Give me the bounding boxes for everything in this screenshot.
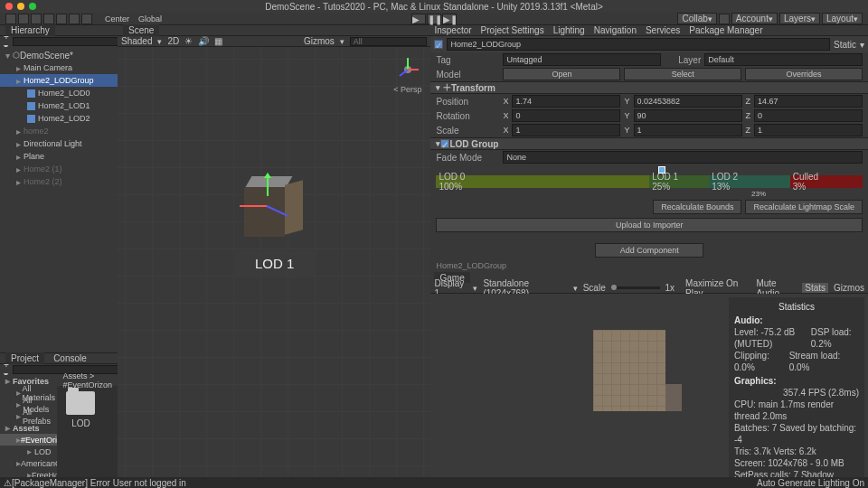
folder-item[interactable]: LOD: [62, 391, 99, 428]
shading-dropdown[interactable]: Shaded: [121, 36, 152, 46]
account-dropdown[interactable]: Account ▾: [731, 13, 778, 24]
add-component-button[interactable]: Add Component: [595, 243, 703, 258]
rot-x-input[interactable]: [512, 109, 620, 122]
project-tree-item[interactable]: ▸AmericanCityPack: [0, 457, 57, 469]
warning-icon: ⚠: [4, 478, 12, 488]
hierarchy-item[interactable]: Home2_LOD2: [0, 112, 118, 125]
prefab-overrides-button[interactable]: Overrides: [745, 68, 863, 80]
cloud-icon[interactable]: [719, 14, 730, 24]
persp-label[interactable]: < Persp: [393, 85, 421, 94]
pos-x-input[interactable]: [512, 95, 620, 108]
2d-toggle[interactable]: 2D: [167, 36, 179, 46]
tag-dropdown[interactable]: Untagged: [503, 53, 661, 66]
scene-row[interactable]: ▾⬡ DemoScene*: [0, 49, 118, 61]
scene-view[interactable]: < Persp LOD 1: [118, 47, 430, 477]
hierarchy-item[interactable]: ▸Directional Light: [0, 137, 118, 150]
layers-dropdown[interactable]: Layers ▾: [779, 13, 820, 24]
rot-y-input[interactable]: [634, 109, 742, 122]
scene-model[interactable]: [244, 178, 298, 241]
static-dropdown[interactable]: Static: [834, 40, 856, 50]
hierarchy-item[interactable]: ▸Plane: [0, 150, 118, 163]
prefab-select-button[interactable]: Select: [624, 68, 741, 80]
close-window-icon[interactable]: [5, 3, 13, 10]
object-name-input[interactable]: [447, 38, 830, 51]
transform-component-header[interactable]: ▾ 🞡 Transform: [430, 81, 868, 94]
lod-marker-pct: 23%: [649, 190, 868, 198]
scale-z-input[interactable]: [754, 124, 863, 136]
rect-tool-button[interactable]: [56, 14, 67, 24]
scene-tab[interactable]: Scene: [123, 24, 159, 36]
rot-z-input[interactable]: [754, 109, 863, 122]
scene-toolbar: Shaded ▾ 2D ☀ 🔊 ▦ Gizmos ▾: [118, 36, 430, 47]
project-tree-item[interactable]: ▸LOD: [0, 446, 57, 457]
object-active-checkbox[interactable]: ✓: [434, 40, 443, 49]
hierarchy-item[interactable]: ▸Home2_LODGroup: [0, 74, 118, 87]
pause-button[interactable]: ❚❚: [427, 14, 441, 24]
maximize-window-icon[interactable]: [29, 3, 36, 10]
move-tool-button[interactable]: [18, 14, 29, 24]
layout-dropdown[interactable]: Layout ▾: [822, 13, 863, 24]
hierarchy-item[interactable]: ▸Home2 (2): [0, 175, 118, 188]
project-tree-item[interactable]: ▸#EventOrizon: [0, 434, 57, 446]
collab-dropdown[interactable]: Collab ▾: [677, 13, 716, 24]
services-tab[interactable]: Services: [646, 25, 680, 35]
hierarchy-tab[interactable]: Hierarchy: [0, 25, 118, 36]
upload-importer-button[interactable]: Upload to Importer: [436, 218, 863, 232]
audio-toggle-icon[interactable]: 🔊: [198, 36, 209, 46]
game-view[interactable]: Statistics Audio: Level: -75.2 dB (MUTED…: [430, 294, 868, 477]
play-button[interactable]: ▶: [411, 14, 426, 24]
game-gizmos-dropdown[interactable]: Gizmos: [834, 283, 864, 293]
stats-toggle[interactable]: Stats: [802, 283, 828, 293]
scene-search-input[interactable]: [350, 37, 428, 46]
lighting-status[interactable]: Auto Generate Lighting On: [757, 478, 864, 488]
project-breadcrumb[interactable]: Assets > #EventOrizon: [57, 375, 118, 386]
lod-bar[interactable]: LOD 0100% LOD 125% LOD 213% Culled3%: [436, 175, 863, 188]
hierarchy-item[interactable]: ▸Home2 (1): [0, 163, 118, 175]
recalc-bounds-button[interactable]: Recalculate Bounds: [653, 200, 741, 214]
window-title: DemoScene - Tutos2020 - PC, Mac & Linux …: [265, 2, 603, 12]
custom-tool-button[interactable]: [81, 14, 92, 24]
pos-z-input[interactable]: [754, 95, 863, 108]
prefab-open-button[interactable]: Open: [503, 68, 620, 80]
scale-x-input[interactable]: [512, 124, 620, 136]
lighting-toggle-icon[interactable]: ☀: [184, 36, 193, 46]
hand-tool-button[interactable]: [5, 14, 16, 24]
gizmos-dropdown[interactable]: Gizmos: [304, 36, 335, 46]
recalc-lightmap-button[interactable]: Recalculate Lightmap Scale: [745, 200, 863, 214]
scale-tool-button[interactable]: [43, 14, 54, 24]
hierarchy-item[interactable]: ▸Main Camera: [0, 61, 118, 74]
navigation-tab[interactable]: Navigation: [594, 25, 637, 35]
project-tab[interactable]: Project: [5, 352, 44, 364]
hierarchy-search-input[interactable]: [13, 37, 121, 46]
scale-y-input[interactable]: [634, 124, 742, 136]
project-settings-tab[interactable]: Project Settings: [481, 25, 544, 35]
lighting-tab[interactable]: Lighting: [553, 25, 585, 35]
pos-y-input[interactable]: [634, 95, 742, 108]
hierarchy-item[interactable]: ▸home2: [0, 125, 118, 137]
project-tree-item[interactable]: ▸All Prefabs: [0, 410, 57, 422]
x-axis-gizmo[interactable]: [240, 205, 267, 207]
inspector-tab[interactable]: Inspector: [434, 25, 471, 35]
step-button[interactable]: ▶❚: [442, 14, 457, 24]
package-manager-tab[interactable]: Package Manager: [689, 25, 762, 35]
lod-camera-marker[interactable]: [658, 166, 665, 174]
status-bar: ⚠ [PackageManager] Error User not logged…: [0, 477, 868, 488]
status-message[interactable]: [PackageManager] Error User not logged i…: [12, 478, 186, 488]
pivot-toggle[interactable]: Center: [101, 14, 133, 23]
scale-slider[interactable]: [611, 286, 660, 289]
hierarchy-item[interactable]: Home2_LOD1: [0, 99, 118, 112]
y-axis-gizmo[interactable]: [267, 174, 269, 196]
fade-mode-dropdown[interactable]: None: [503, 151, 863, 164]
lodgroup-component-header[interactable]: ▾ ✓ LOD Group: [430, 137, 868, 150]
minimize-window-icon[interactable]: [17, 3, 24, 10]
orientation-gizmo[interactable]: [394, 56, 421, 83]
hierarchy-panel: ▾⬡ DemoScene* ▸Main Camera▸Home2_LODGrou…: [0, 47, 118, 352]
layer-dropdown[interactable]: Default: [704, 53, 863, 66]
fx-toggle-icon[interactable]: ▦: [214, 36, 222, 46]
console-tab[interactable]: Console: [48, 352, 92, 364]
inspector-object-header: ✓ Static ▾: [430, 36, 868, 52]
rotate-tool-button[interactable]: [31, 14, 42, 24]
space-toggle[interactable]: Global: [135, 14, 165, 23]
hierarchy-item[interactable]: Home2_LOD0: [0, 87, 118, 99]
transform-tool-button[interactable]: [69, 14, 80, 24]
